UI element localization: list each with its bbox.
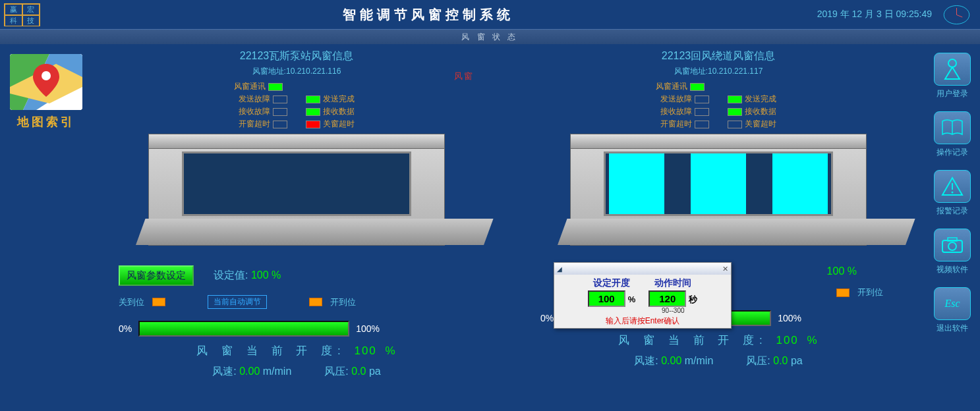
status-bar: 风 窗 状 态 xyxy=(0,30,980,44)
header: 赢 宏 科 技 智能调节风窗控制系统 2019 年 12 月 3 日 09:25… xyxy=(0,0,980,30)
window-visual-open xyxy=(570,134,867,246)
opening-bar xyxy=(138,321,349,337)
open-indicator xyxy=(836,288,850,297)
svg-line-2 xyxy=(957,14,963,17)
status-grid: 风窗通讯 发送故障发送完成 接收故障接收数据 开窗超时关窗超时 xyxy=(527,81,909,130)
user-login-icon xyxy=(934,53,971,86)
analog-clock-icon xyxy=(938,3,975,26)
panel-addr: 风窗地址:10.210.221.116 xyxy=(105,66,488,77)
set-opening-input[interactable]: 100 xyxy=(588,290,625,307)
svg-point-12 xyxy=(948,242,956,250)
sidebar-op-log[interactable]: 操作记录 xyxy=(930,111,975,158)
panel-addr: 风窗地址:10.210.221.117 xyxy=(527,66,909,77)
panel-left: 22123瓦斯泵站风窗信息 风窗地址:10.210.221.116 风窗通讯 发… xyxy=(105,44,488,379)
map-pin-icon xyxy=(10,54,82,110)
status-grid: 风窗通讯 发送故障发送完成 接收故障接收数据 开窗超时关窗超时 xyxy=(105,81,488,130)
svg-rect-13 xyxy=(948,238,957,241)
popup-icon: ◢ xyxy=(557,265,562,273)
map-index[interactable]: 地图索引 xyxy=(10,54,82,130)
svg-point-10 xyxy=(952,192,954,194)
popup-titlebar[interactable]: ◢ ✕ xyxy=(554,263,731,275)
app-title: 智能调节风窗控制系统 xyxy=(40,6,817,24)
panel-title: 22123回风绕道风窗信息 xyxy=(527,49,909,63)
sidebar: 用户登录 操作记录 报警记录 视频软件 Esc 退出软件 xyxy=(930,53,975,334)
open-indicator xyxy=(309,298,322,306)
close-icon[interactable]: ✕ xyxy=(722,265,728,273)
open-label: 开到位 xyxy=(857,287,883,298)
window-visual-closed xyxy=(148,134,445,246)
param-set-button[interactable]: 风窗参数设定 xyxy=(119,265,194,286)
camera-icon xyxy=(934,229,971,261)
map-index-label: 地图索引 xyxy=(10,114,82,130)
svg-point-7 xyxy=(42,71,51,80)
closed-label: 关到位 xyxy=(119,296,144,308)
sidebar-exit[interactable]: Esc 退出软件 xyxy=(930,287,975,334)
action-time-input[interactable]: 120 xyxy=(649,290,686,307)
alert-triangle-icon xyxy=(934,170,971,203)
closed-indicator xyxy=(152,298,165,306)
sidebar-video[interactable]: 视频软件 xyxy=(930,229,975,275)
sidebar-alarm-log[interactable]: 报警记录 xyxy=(930,170,975,217)
popup-hint: 输入后请按Enter确认 xyxy=(554,315,731,328)
esc-icon: Esc xyxy=(934,287,971,320)
datetime: 2019 年 12 月 3 日 09:25:49 xyxy=(817,9,932,20)
book-icon xyxy=(934,111,971,144)
logo: 赢 宏 科 技 xyxy=(4,3,40,26)
mode-button[interactable]: 当前自动调节 xyxy=(208,295,267,309)
sidebar-login[interactable]: 用户登录 xyxy=(930,53,975,99)
open-label: 开到位 xyxy=(330,296,356,308)
status-indicator xyxy=(268,83,283,91)
settings-popup: ◢ ✕ 设定开度 100% 动作时间 120秒 90--300 输入后请按Ent… xyxy=(554,262,732,329)
panel-title: 22123瓦斯泵站风窗信息 xyxy=(105,49,488,63)
